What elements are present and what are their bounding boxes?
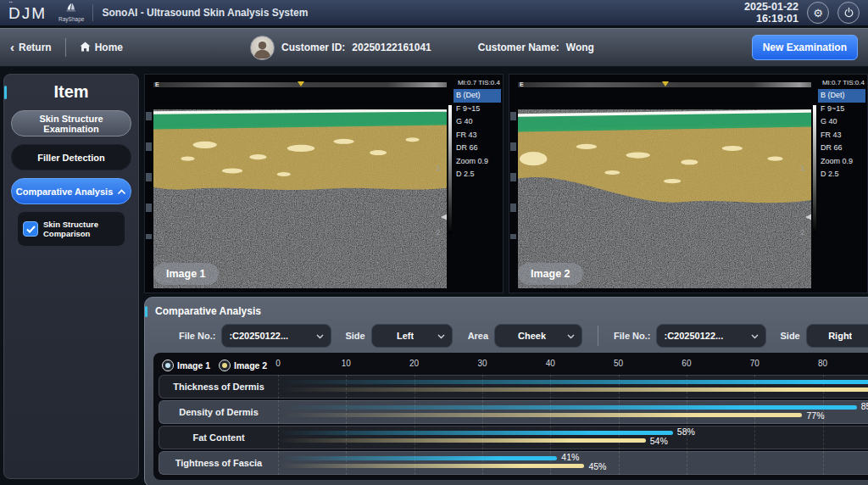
bar-image-1 bbox=[278, 456, 557, 460]
us-param: FR 43 bbox=[453, 129, 501, 142]
legend-radio-icon[interactable] bbox=[219, 360, 231, 371]
chart-rows-wrap: Thickness of Dermis100%94%Density of Der… bbox=[159, 375, 868, 475]
panel-title: Comparative Analysis bbox=[155, 305, 261, 317]
chevron-down-icon bbox=[751, 331, 759, 341]
depth-mark: 1 bbox=[437, 164, 441, 172]
checkbox-checked[interactable] bbox=[23, 221, 38, 237]
us-param: Zoom 0.9 bbox=[453, 155, 501, 169]
sidebar: Item Skin Structure ExaminationFiller De… bbox=[3, 74, 139, 479]
ultrasound-image-1: 1 2 bbox=[153, 105, 447, 288]
area-label: Area bbox=[468, 331, 488, 341]
chart-row-density-of-dermis: Density of Dermis85%77% bbox=[159, 400, 868, 424]
power-icon bbox=[843, 7, 854, 20]
bar-value-label: 77% bbox=[806, 410, 824, 421]
bar-value-label: 85% bbox=[861, 401, 868, 411]
row-label: Tightness of Fascia bbox=[159, 458, 278, 468]
new-examination-button[interactable]: New Examination bbox=[752, 35, 858, 60]
bar-value-label: 41% bbox=[561, 452, 579, 462]
rayshape-logo: RayShape bbox=[58, 3, 84, 23]
gear-icon: ⚙ bbox=[813, 8, 823, 19]
mi-tis-readout: MI:0.7 TIS:0.4 bbox=[822, 79, 865, 86]
file-selectors: File No.: :C20250122... Side Left Area C… bbox=[153, 321, 868, 350]
sidebar-item-label: Skin Structure Examination bbox=[12, 114, 131, 134]
sidebar-item-filler-detection[interactable]: Filler Detection bbox=[11, 144, 131, 170]
file-no-label: File No.: bbox=[614, 331, 650, 341]
area-select-left[interactable]: Cheek bbox=[494, 324, 582, 348]
axis-tick: 20 bbox=[409, 359, 419, 368]
rayshape-sail-icon bbox=[64, 3, 79, 16]
djm-logo: ¨DJM bbox=[8, 5, 47, 21]
return-button[interactable]: ‹ Return bbox=[10, 42, 52, 53]
grayscale-bar bbox=[448, 105, 452, 234]
sidebar-item-label: Filler Detection bbox=[37, 153, 104, 163]
us-param: F 9~15 bbox=[453, 103, 501, 116]
selectors-divider bbox=[598, 326, 598, 346]
customer-name-label: Customer Name: bbox=[478, 42, 559, 53]
settings-button[interactable]: ⚙ bbox=[807, 2, 829, 24]
us-params-2: B (Det)F 9~15G 40FR 43DR 66Zoom 0.9D 2.5 bbox=[818, 89, 865, 181]
depth-mark: 2 bbox=[437, 229, 441, 237]
chart-row-fat-content: Fat Content58%54% bbox=[159, 426, 868, 449]
row-label: Thickness of Dermis bbox=[159, 382, 278, 392]
sidebar-item-comparative-analysis[interactable]: Comparative Analysis bbox=[11, 178, 131, 204]
file-no-select-right[interactable]: :C20250122... bbox=[656, 324, 766, 348]
sidebar-subitem-skin-structure-comparison[interactable]: Skin Structure Comparison bbox=[18, 212, 125, 246]
ultrasound-panel-2: E bbox=[509, 74, 868, 293]
us-param: DR 66 bbox=[818, 142, 865, 155]
axis-tick: 80 bbox=[818, 359, 827, 368]
image-1-label: Image 1 bbox=[153, 263, 219, 285]
tgc-markers bbox=[510, 112, 516, 239]
axis-tick: 10 bbox=[342, 359, 351, 368]
legend-item-image-1[interactable]: Image 1 bbox=[162, 360, 210, 371]
probe-strip: E bbox=[518, 82, 811, 87]
side-select-right[interactable]: Right bbox=[806, 324, 868, 348]
legend-radio-icon[interactable] bbox=[162, 360, 174, 371]
customer-name: Customer Name: Wong bbox=[478, 42, 594, 53]
sidebar-title-accent bbox=[4, 86, 7, 99]
chevron-down-icon bbox=[316, 331, 324, 341]
us-param: B (Det) bbox=[818, 89, 865, 103]
sidebar-item-skin-structure-examination[interactable]: Skin Structure Examination bbox=[11, 110, 131, 137]
image-2-label: Image 2 bbox=[518, 263, 583, 285]
chart-header: Image 1Image 2 0102030405060708090100 Un… bbox=[159, 356, 868, 375]
row-label: Fat Content bbox=[159, 432, 278, 443]
rayshape-label: RayShape bbox=[58, 17, 84, 23]
tgc-markers bbox=[146, 112, 152, 239]
axis-tick: 40 bbox=[546, 359, 555, 368]
panel-header: Comparative Analysis bbox=[153, 301, 868, 321]
bar-image-2 bbox=[278, 413, 802, 417]
datetime: 2025-01-22 16:19:01 bbox=[744, 1, 798, 25]
chevron-left-icon: ‹ bbox=[10, 41, 14, 53]
nav-divider bbox=[65, 38, 66, 57]
subitem-label: Skin Structure Comparison bbox=[43, 220, 120, 238]
probe-strip: E bbox=[153, 82, 447, 87]
us-param: D 2.5 bbox=[453, 168, 501, 181]
bar-image-2 bbox=[278, 387, 868, 392]
home-button[interactable]: Home bbox=[80, 42, 123, 54]
focus-marker-icon bbox=[662, 81, 669, 86]
chart-row-tightness-of-fascia: Tightness of Fascia41%45% bbox=[159, 451, 868, 475]
us-param: G 40 bbox=[453, 115, 501, 129]
power-button[interactable] bbox=[837, 2, 860, 24]
us-param: DR 66 bbox=[453, 142, 501, 155]
legend-item-image-2[interactable]: Image 2 bbox=[219, 360, 267, 371]
bar-value-label: 58% bbox=[677, 426, 695, 437]
focus-marker-icon bbox=[298, 81, 304, 86]
side-label: Side bbox=[780, 331, 799, 341]
side-label: Side bbox=[345, 331, 364, 341]
top-bar: ¨DJM RayShape SonoAI - Ultrasound Skin A… bbox=[0, 0, 868, 26]
bar-image-2 bbox=[278, 464, 584, 468]
comparison-chart: Image 1Image 2 0102030405060708090100 Un… bbox=[153, 353, 868, 480]
bar-image-1 bbox=[278, 380, 868, 384]
us-param: B (Det) bbox=[453, 89, 501, 103]
us-params-1: B (Det)F 9~15G 40FR 43DR 66Zoom 0.9D 2.5 bbox=[453, 89, 501, 181]
grayscale-bar bbox=[813, 105, 816, 234]
legend-label: Image 1 bbox=[177, 360, 210, 371]
file-no-select-left[interactable]: :C20250122... bbox=[221, 324, 331, 348]
chevron-up-icon bbox=[117, 187, 126, 197]
side-select-left[interactable]: Left bbox=[371, 324, 453, 348]
ultrasound-panel-1: E bbox=[144, 74, 504, 293]
probe-orientation-mark: E bbox=[155, 81, 159, 88]
axis-tick: 0 bbox=[275, 359, 281, 368]
scan-area-1: 1 2 bbox=[153, 105, 447, 288]
